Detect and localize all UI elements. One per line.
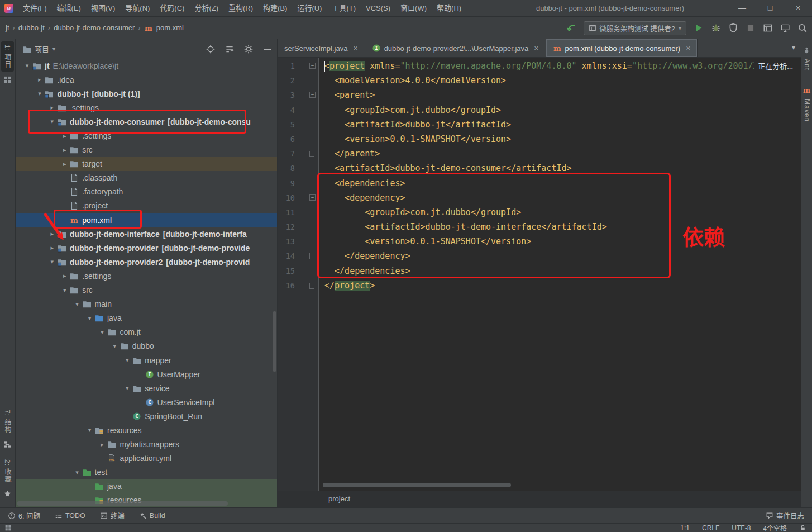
chevron-closed-icon[interactable]: ▸ [97, 441, 107, 448]
layout-icon[interactable] [763, 23, 773, 33]
fold-end-icon[interactable] [309, 283, 314, 289]
lock-icon[interactable] [799, 524, 806, 531]
tree-item-UserServiceImpl[interactable]: CUserServiceImpl [16, 395, 277, 409]
chevron-open-icon[interactable]: ▾ [85, 426, 94, 434]
tool-button-structure[interactable]: 7: 结构 [1, 406, 14, 455]
tool-button-problems[interactable]: 6: 问题 [8, 510, 40, 521]
menu-item[interactable]: 分析(Z) [189, 0, 223, 17]
editor-body[interactable]: 1−23−45678910−111213141516 <project xmln… [278, 58, 801, 491]
chevron-open-icon[interactable]: ▾ [97, 329, 107, 336]
debug-icon[interactable] [711, 23, 721, 33]
menu-item[interactable]: 帮助(H) [432, 0, 466, 17]
tree-item-dubbo-jt[interactable]: ▾dubbo-jt[dubbo-jt (1)] [16, 87, 277, 101]
menu-item[interactable]: 视图(V) [86, 0, 120, 17]
menu-item[interactable]: 重构(R) [223, 0, 258, 17]
hide-icon[interactable]: ― [262, 44, 273, 54]
menu-item[interactable]: 工具(T) [327, 0, 361, 17]
menu-item[interactable]: 运行(U) [292, 0, 327, 17]
tree-item-.settings[interactable]: ▸.settings [16, 269, 277, 283]
maximize-button[interactable]: □ [756, 0, 784, 17]
chevron-closed-icon[interactable]: ▸ [47, 244, 57, 251]
menu-item[interactable]: 窗口(W) [395, 0, 432, 17]
tree-item-.factorypath[interactable]: .factorypath [16, 185, 277, 199]
project-horizontal-scrollbar[interactable] [17, 501, 228, 506]
tree-item-dubbo[interactable]: ▾dubbo [16, 339, 277, 353]
project-panel-title[interactable]: 项目 [35, 44, 49, 54]
chevron-open-icon[interactable]: ▾ [122, 384, 132, 392]
chevron-closed-icon[interactable]: ▸ [60, 272, 69, 279]
chevron-open-icon[interactable]: ▾ [47, 258, 57, 265]
tree-item-application.yml[interactable]: YMLapplication.yml [16, 452, 277, 466]
tree-item-mybatis.mappers[interactable]: ▸mybatis.mappers [16, 438, 277, 452]
tree-item-target[interactable]: ▸target [16, 157, 277, 171]
menu-item[interactable]: 导航(N) [120, 0, 155, 17]
chevron-open-icon[interactable]: ▾ [47, 118, 57, 125]
file-encoding[interactable]: UTF-8 [732, 524, 751, 532]
tree-item-.idea[interactable]: ▸.idea [16, 73, 277, 87]
chevron-closed-icon[interactable]: ▸ [60, 146, 69, 154]
tree-item-.settings[interactable]: ▸.settings [16, 101, 277, 115]
chevron-closed-icon[interactable]: ▸ [60, 132, 69, 140]
chevron-closed-icon[interactable]: ▸ [60, 160, 69, 168]
chevron-open-icon[interactable]: ▾ [73, 301, 82, 308]
fold-end-icon[interactable] [309, 253, 314, 259]
breadcrumb-item-dubbo-jt[interactable]: dubbo-jt [18, 23, 45, 32]
maven-reimport-icon[interactable] [566, 23, 576, 33]
chevron-open-icon[interactable]: ▾ [60, 287, 69, 294]
editor-tab[interactable]: Idubbo-jt-demo-provider2\...\UserMapper.… [365, 39, 546, 57]
tree-item-src[interactable]: ▸src [16, 143, 277, 157]
locate-icon[interactable] [206, 44, 216, 54]
close-icon[interactable]: × [353, 44, 357, 53]
fold-marker-icon[interactable]: − [309, 194, 316, 201]
tree-item-pom.xml[interactable]: mpom.xml [16, 213, 277, 227]
editor-tab[interactable]: serServiceImpl.java× [278, 39, 365, 57]
tool-button-maven[interactable]: Maven [801, 96, 812, 133]
breadcrumb-project-tag[interactable]: project [328, 495, 350, 503]
tree-item-service[interactable]: ▾service [16, 381, 277, 395]
project-vertical-scrollbar[interactable] [273, 311, 276, 372]
tool-button-todo[interactable]: TODO [55, 512, 85, 520]
line-separator[interactable]: CRLF [702, 524, 719, 532]
chevron-open-icon[interactable]: ▾ [22, 62, 32, 69]
fold-end-icon[interactable] [309, 151, 314, 157]
fold-marker-icon[interactable]: − [309, 63, 316, 69]
chevron-open-icon[interactable]: ▾ [35, 90, 44, 97]
editor-tab[interactable]: mpom.xml (dubbo-jt-demo-consumer)× [546, 39, 698, 57]
tool-button-build[interactable]: Build [139, 512, 165, 520]
tree-item-dubbo-jt-demo-provider[interactable]: ▸dubbo-jt-demo-provider[dubbo-jt-demo-pr… [16, 241, 277, 255]
chevron-open-icon[interactable]: ▾ [85, 315, 94, 322]
project-tree[interactable]: ▾jtE:\ideaworkplace\jt▸.idea▾dubbo-jt[du… [16, 59, 277, 507]
tool-button-terminal[interactable]: 终端 [100, 510, 125, 521]
tree-item-UserMapper[interactable]: IUserMapper [16, 367, 277, 381]
tree-item-.project[interactable]: .project [16, 199, 277, 213]
collapse-all-icon[interactable] [225, 44, 235, 54]
tool-button-project[interactable]: 1: 项目 [1, 41, 14, 72]
tree-item-mapper[interactable]: ▾mapper [16, 353, 277, 367]
tree-item-resources[interactable]: ▾resources [16, 423, 277, 437]
tool-window-switcher-icon[interactable] [4, 524, 12, 531]
tree-item-src[interactable]: ▾src [16, 283, 277, 297]
run-config-selector[interactable]: 微服务架构测试 提供者2 ▾ [584, 21, 686, 35]
chevron-open-icon[interactable]: ▾ [73, 469, 82, 476]
breadcrumb-item-consumer[interactable]: dubbo-jt-demo-consumer [54, 23, 135, 32]
tool-button-event-log[interactable]: 事件日志 [766, 510, 804, 521]
tree-item-com.jt[interactable]: ▾com.jt [16, 325, 277, 339]
chevron-open-icon[interactable]: ▾ [110, 343, 120, 350]
search-icon[interactable] [797, 23, 808, 33]
run-icon[interactable] [694, 23, 704, 33]
coverage-icon[interactable] [728, 23, 738, 33]
tool-button-favorites[interactable]: 2: 收藏 [1, 456, 14, 505]
breadcrumb-item-pom[interactable]: pom.xml [156, 23, 184, 32]
chevron-closed-icon[interactable]: ▸ [47, 104, 57, 111]
menu-item[interactable]: 文件(F) [18, 0, 52, 17]
editor-horizontal-scrollbar[interactable] [323, 483, 511, 487]
menu-item[interactable]: VCS(S) [361, 0, 395, 17]
chevron-closed-icon[interactable]: ▸ [35, 76, 44, 83]
minimize-button[interactable]: — [728, 0, 756, 17]
project-tool-icon[interactable] [3, 75, 12, 84]
tree-item-.classpath[interactable]: .classpath [16, 171, 277, 185]
tool-button-ant[interactable]: Ant [801, 55, 812, 82]
stop-icon[interactable] [746, 23, 756, 33]
tree-item-.settings[interactable]: ▸.settings [16, 129, 277, 142]
close-icon[interactable]: × [534, 44, 538, 53]
